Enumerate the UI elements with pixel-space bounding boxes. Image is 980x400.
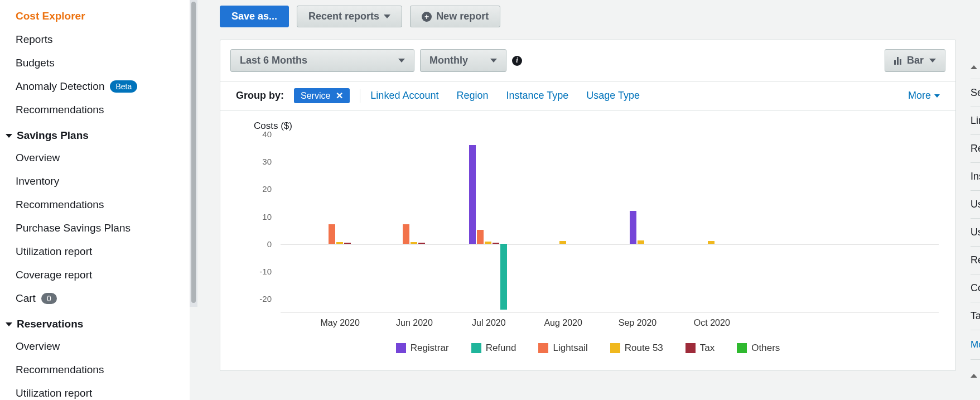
x-label: Aug 2020 bbox=[544, 318, 582, 328]
more-filters-button[interactable]: More filters bbox=[971, 330, 980, 359]
save-as-button[interactable]: Save as... bbox=[220, 6, 289, 27]
group-by-label: Group by: bbox=[236, 90, 284, 102]
sidebar-item-label: Coverage report bbox=[16, 269, 92, 281]
sidebar-item-reports[interactable]: Reports bbox=[0, 28, 190, 51]
filter-row-tag[interactable]: TagInclude all bbox=[971, 302, 980, 330]
filter-name: Resourcei bbox=[971, 254, 980, 266]
bar-route 53[interactable] bbox=[708, 241, 715, 244]
sidebar-item-utilization-report[interactable]: Utilization report bbox=[0, 240, 190, 263]
bar-tax[interactable] bbox=[344, 243, 351, 243]
advanced-options-heading[interactable]: ADVANCED OPTIONS i bbox=[971, 359, 980, 381]
filter-name: Service bbox=[971, 87, 980, 99]
y-tick: 20 bbox=[262, 184, 272, 194]
granularity-label: Monthly bbox=[429, 55, 468, 66]
close-icon[interactable]: ✕ bbox=[336, 90, 343, 101]
chevron-up-icon bbox=[971, 65, 977, 69]
bar-refund[interactable] bbox=[500, 244, 507, 310]
sidebar-item-anomaly-detection[interactable]: Anomaly DetectionBeta bbox=[0, 75, 190, 98]
legend-label: Refund bbox=[486, 343, 516, 354]
filter-row-cost-category[interactable]: Cost CategoryInclude all bbox=[971, 274, 980, 302]
filter-row-instance-type[interactable]: Instance TypeInclude all bbox=[971, 163, 980, 191]
y-tick: 30 bbox=[262, 157, 272, 166]
x-label: Sep 2020 bbox=[619, 318, 657, 328]
filter-row-linked-acco-[interactable]: Linked Acco...Include all bbox=[971, 107, 980, 135]
y-tick: 10 bbox=[262, 211, 272, 221]
sidebar-item-cart[interactable]: Cart0 bbox=[0, 287, 190, 310]
bar-lightsail[interactable] bbox=[403, 224, 409, 243]
sidebar-item-cost-explorer[interactable]: Cost Explorer bbox=[0, 4, 190, 28]
sidebar-item-label: Cart bbox=[16, 292, 36, 305]
bar-chart-icon bbox=[894, 57, 901, 65]
sidebar-item-recommendations[interactable]: Recommendations bbox=[0, 193, 190, 216]
bar-lightsail[interactable] bbox=[329, 224, 335, 243]
toolbar: Save as... Recent reports + New report bbox=[220, 6, 980, 27]
filters-heading[interactable]: FILTERS bbox=[971, 61, 980, 73]
info-icon[interactable]: i bbox=[512, 56, 522, 66]
group-by-more[interactable]: More bbox=[908, 90, 940, 102]
sidebar: Cost ExplorerReportsBudgetsAnomaly Detec… bbox=[0, 0, 190, 400]
sidebar-item-label: Anomaly Detection bbox=[16, 80, 104, 93]
sidebar-item-overview[interactable]: Overview bbox=[0, 146, 190, 170]
legend-swatch bbox=[737, 343, 747, 353]
bar-registrar[interactable] bbox=[630, 211, 636, 244]
sidebar-item-overview[interactable]: Overview bbox=[0, 335, 190, 358]
filter-row-resource[interactable]: ResourceiInclude all bbox=[971, 247, 980, 274]
legend-item-refund[interactable]: Refund bbox=[471, 343, 516, 354]
sidebar-item-label: Cost Explorer bbox=[16, 10, 85, 22]
granularity-select[interactable]: Monthly bbox=[420, 49, 506, 72]
section-title: Reservations bbox=[17, 318, 83, 330]
filter-row-region[interactable]: RegionInclude all bbox=[971, 135, 980, 163]
sidebar-item-recommendations[interactable]: Recommendations bbox=[0, 358, 190, 382]
bar-route 53[interactable] bbox=[411, 242, 417, 244]
group-by-row: Group by: Service ✕ Linked AccountRegion… bbox=[220, 81, 955, 110]
group-by-option-linked-account[interactable]: Linked Account bbox=[370, 90, 438, 102]
chart-type-select[interactable]: Bar bbox=[885, 49, 945, 72]
sidebar-item-inventory[interactable]: Inventory bbox=[0, 170, 190, 193]
filters-panel: FILTERS CLEAR ALL ServiceInclude allLink… bbox=[971, 56, 980, 381]
legend-item-others[interactable]: Others bbox=[737, 343, 780, 354]
bar-route 53[interactable] bbox=[485, 242, 491, 244]
group-by-option-usage-type[interactable]: Usage Type bbox=[586, 90, 640, 102]
recent-reports-button[interactable]: Recent reports bbox=[297, 6, 402, 27]
sidebar-item-utilization-report[interactable]: Utilization report bbox=[0, 382, 190, 400]
sidebar-item-purchase-savings-plans[interactable]: Purchase Savings Plans bbox=[0, 216, 190, 240]
sidebar-item-recommendations[interactable]: Recommendations bbox=[0, 98, 190, 122]
bar-registrar[interactable] bbox=[469, 145, 476, 244]
sidebar-item-budgets[interactable]: Budgets bbox=[0, 51, 190, 75]
y-tick: -20 bbox=[259, 294, 272, 303]
legend-label: Registrar bbox=[411, 343, 449, 354]
section-savings-plans[interactable]: Savings Plans bbox=[0, 122, 190, 146]
more-filters-label: More filters bbox=[971, 339, 980, 350]
legend-item-tax[interactable]: Tax bbox=[685, 343, 715, 354]
group-by-option-region[interactable]: Region bbox=[456, 90, 488, 102]
bar-route 53[interactable] bbox=[336, 242, 343, 244]
legend-item-registrar[interactable]: Registrar bbox=[396, 343, 449, 354]
group-by-option-instance-type[interactable]: Instance Type bbox=[506, 90, 569, 102]
legend-item-route 53[interactable]: Route 53 bbox=[610, 343, 663, 354]
date-range-select[interactable]: Last 6 Months bbox=[230, 49, 414, 72]
sidebar-item-coverage-report[interactable]: Coverage report bbox=[0, 263, 190, 287]
x-label: Oct 2020 bbox=[694, 318, 730, 328]
sidebar-item-label: Utilization report bbox=[16, 387, 92, 399]
section-title: Savings Plans bbox=[17, 129, 89, 142]
filter-row-service[interactable]: ServiceInclude all bbox=[971, 79, 980, 107]
legend-label: Others bbox=[751, 343, 780, 354]
bar-route 53[interactable] bbox=[638, 240, 644, 244]
bar-route 53[interactable] bbox=[559, 241, 566, 244]
bar-tax[interactable] bbox=[418, 243, 425, 243]
y-tick: -10 bbox=[259, 267, 272, 276]
chevron-down-icon bbox=[490, 59, 497, 62]
bar-lightsail[interactable] bbox=[477, 230, 484, 244]
chevron-down-icon bbox=[384, 15, 390, 18]
filter-name: Region bbox=[971, 143, 980, 155]
filter-name: Linked Acco... bbox=[971, 115, 980, 127]
section-reservations[interactable]: Reservations bbox=[0, 310, 190, 335]
filter-row-usage-type[interactable]: Usage TypeInclude all bbox=[971, 191, 980, 219]
filter-row-usage-type-[interactable]: Usage Type ...Include all bbox=[971, 219, 980, 247]
group-by-chip-service[interactable]: Service ✕ bbox=[294, 88, 350, 103]
bar-tax[interactable] bbox=[493, 243, 499, 243]
sidebar-item-label: Overview bbox=[16, 340, 60, 353]
new-report-button[interactable]: + New report bbox=[410, 6, 500, 27]
sidebar-item-label: Purchase Savings Plans bbox=[16, 222, 131, 234]
legend-item-lightsail[interactable]: Lightsail bbox=[538, 343, 587, 354]
